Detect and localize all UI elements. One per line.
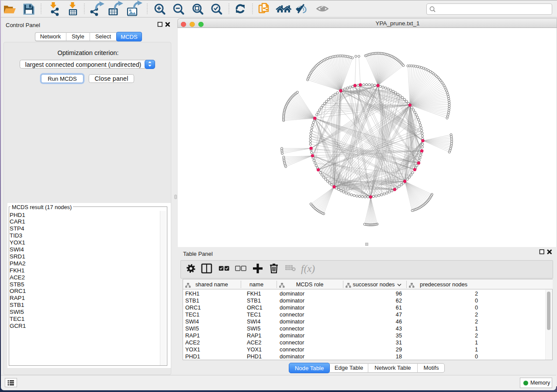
svg-text:f(x): f(x) xyxy=(301,263,315,274)
